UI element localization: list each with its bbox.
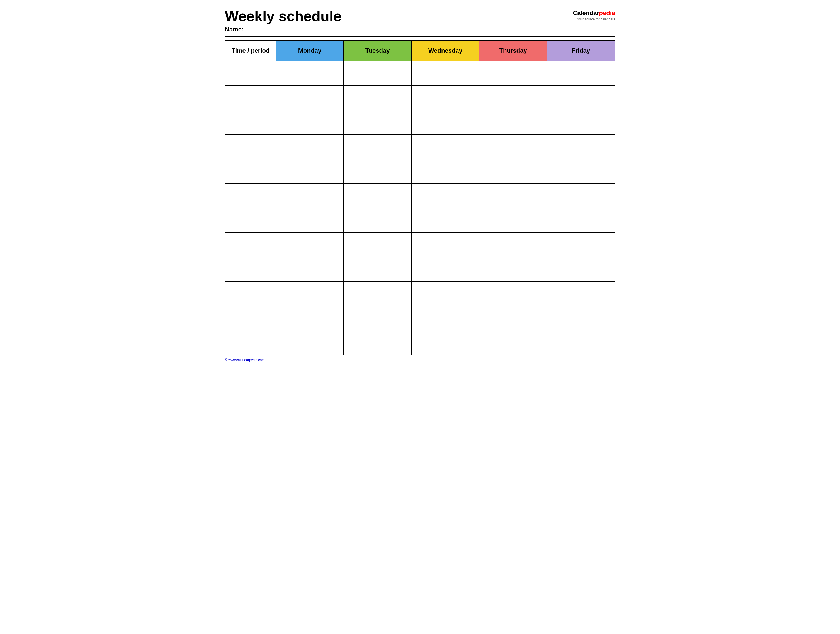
schedule-cell[interactable] [344,85,411,110]
schedule-cell[interactable] [547,183,615,208]
time-cell[interactable] [225,110,276,134]
schedule-cell[interactable] [411,159,479,183]
schedule-cell[interactable] [411,208,479,232]
schedule-cell[interactable] [479,331,547,355]
time-cell[interactable] [225,159,276,183]
table-row [225,331,615,355]
schedule-cell[interactable] [547,61,615,85]
time-cell[interactable] [225,331,276,355]
time-cell[interactable] [225,61,276,85]
time-cell[interactable] [225,85,276,110]
col-header-friday: Friday [547,41,615,61]
schedule-cell[interactable] [479,110,547,134]
page-title: Weekly schedule [225,8,573,24]
schedule-cell[interactable] [344,208,411,232]
schedule-cell[interactable] [344,306,411,331]
schedule-cell[interactable] [411,183,479,208]
time-cell[interactable] [225,306,276,331]
schedule-cell[interactable] [344,183,411,208]
table-row [225,257,615,281]
schedule-cell[interactable] [547,85,615,110]
table-row [225,306,615,331]
header-divider [225,36,615,36]
schedule-cell[interactable] [479,61,547,85]
schedule-cell[interactable] [547,110,615,134]
schedule-cell[interactable] [411,257,479,281]
schedule-cell[interactable] [276,134,344,159]
schedule-cell[interactable] [276,257,344,281]
schedule-cell[interactable] [344,61,411,85]
schedule-cell[interactable] [276,331,344,355]
schedule-cell[interactable] [547,134,615,159]
schedule-cell[interactable] [547,257,615,281]
col-header-thursday: Thursday [479,41,547,61]
logo-pedia: pedia [599,9,615,16]
schedule-cell[interactable] [411,85,479,110]
schedule-cell[interactable] [344,232,411,257]
schedule-cell[interactable] [411,281,479,306]
schedule-cell[interactable] [479,232,547,257]
table-row [225,281,615,306]
schedule-cell[interactable] [547,232,615,257]
schedule-cell[interactable] [411,331,479,355]
schedule-cell[interactable] [479,159,547,183]
time-cell[interactable] [225,232,276,257]
title-section: Weekly schedule Name: [225,8,573,33]
col-header-time: Time / period [225,41,276,61]
schedule-cell[interactable] [411,232,479,257]
table-row [225,61,615,85]
header-area: Weekly schedule Name: Calendarpedia Your… [225,8,615,33]
schedule-cell[interactable] [479,208,547,232]
schedule-cell[interactable] [547,306,615,331]
table-row [225,85,615,110]
schedule-cell[interactable] [479,257,547,281]
schedule-cell[interactable] [276,208,344,232]
schedule-cell[interactable] [276,281,344,306]
col-header-wednesday: Wednesday [411,41,479,61]
schedule-cell[interactable] [276,306,344,331]
schedule-cell[interactable] [276,110,344,134]
time-cell[interactable] [225,281,276,306]
logo-tagline: Your source for calendars [573,17,615,21]
schedule-cell[interactable] [276,85,344,110]
schedule-cell[interactable] [479,85,547,110]
schedule-cell[interactable] [344,281,411,306]
schedule-cell[interactable] [547,281,615,306]
schedule-cell[interactable] [479,306,547,331]
footer: © www.calendarpedia.com [225,358,615,362]
schedule-cell[interactable] [344,257,411,281]
time-cell[interactable] [225,134,276,159]
schedule-cell[interactable] [411,306,479,331]
schedule-cell[interactable] [276,232,344,257]
table-row [225,183,615,208]
time-cell[interactable] [225,208,276,232]
schedule-cell[interactable] [344,159,411,183]
table-row [225,232,615,257]
schedule-table: Time / period Monday Tuesday Wednesday T… [225,40,615,355]
schedule-cell[interactable] [479,134,547,159]
time-cell[interactable] [225,183,276,208]
schedule-cell[interactable] [411,61,479,85]
col-header-monday: Monday [276,41,344,61]
table-row [225,110,615,134]
schedule-cell[interactable] [547,331,615,355]
table-row [225,159,615,183]
schedule-cell[interactable] [411,110,479,134]
schedule-cell[interactable] [276,183,344,208]
time-cell[interactable] [225,257,276,281]
schedule-cell[interactable] [411,134,479,159]
schedule-cell[interactable] [547,208,615,232]
schedule-cell[interactable] [344,110,411,134]
schedule-cell[interactable] [344,134,411,159]
schedule-cell[interactable] [479,281,547,306]
col-header-tuesday: Tuesday [344,41,411,61]
page-wrapper: Weekly schedule Name: Calendarpedia Your… [225,8,615,362]
schedule-cell[interactable] [276,159,344,183]
schedule-cell[interactable] [344,331,411,355]
footer-link: © www.calendarpedia.com [225,358,264,362]
schedule-cell[interactable] [276,61,344,85]
schedule-cell[interactable] [547,159,615,183]
schedule-body [225,61,615,355]
schedule-cell[interactable] [479,183,547,208]
logo-calendar: Calendar [573,9,599,16]
